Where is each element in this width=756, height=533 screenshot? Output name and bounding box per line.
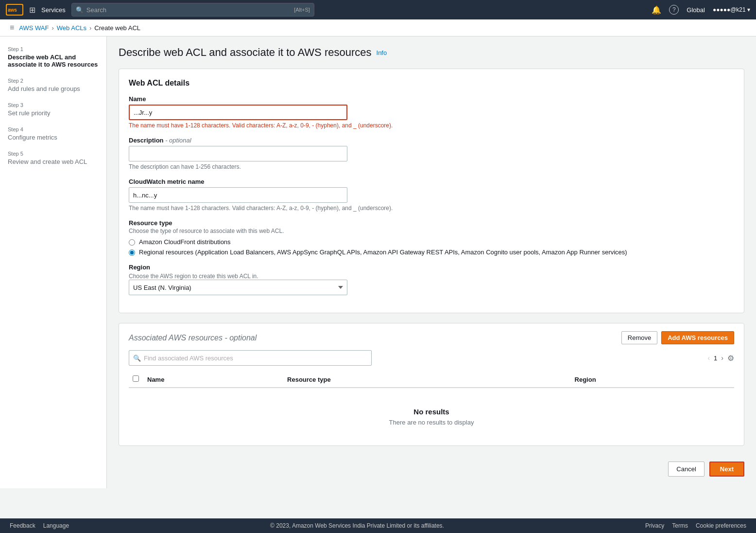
name-column-header: Name: [143, 372, 283, 388]
sidebar-step-3: Step 3 Set rule priority: [8, 102, 99, 117]
step-2-label: Step 2: [8, 78, 99, 84]
name-error: The name must have 1-128 characters. Val…: [129, 122, 734, 129]
resource-type-label: Resource type: [129, 219, 734, 227]
search-row: 🔍 ‹ 1 › ⚙: [129, 350, 734, 366]
resource-table: Name Resource type Region: [129, 372, 734, 388]
step-4-label: Step 4: [8, 126, 99, 132]
step-3-title: Set rule priority: [8, 109, 99, 117]
resource-type-group: Resource type Choose the type of resourc…: [129, 219, 734, 256]
step-3-label: Step 3: [8, 102, 99, 108]
cloudwatch-hint: The name must have 1-128 characters. Val…: [129, 205, 734, 212]
region-select[interactable]: US East (N. Virginia) US East (Ohio) US …: [129, 280, 347, 295]
description-optional: - optional: [165, 137, 191, 144]
remove-button[interactable]: Remove: [621, 331, 657, 344]
page-title: Describe web ACL and associate it to AWS…: [119, 46, 372, 59]
step-1-title: Describe web ACL and associate it to AWS…: [8, 53, 99, 68]
page-title-row: Describe web ACL and associate it to AWS…: [119, 46, 744, 59]
breadcrumb: ≡ AWS WAF › Web ACLs › Create web ACL: [0, 19, 756, 36]
prev-page-button[interactable]: ‹: [705, 352, 712, 364]
global-search[interactable]: 🔍 [Alt+S]: [71, 3, 314, 17]
assoc-optional: - optional: [224, 334, 257, 342]
notifications-icon[interactable]: 🔔: [652, 5, 661, 15]
search-input[interactable]: [86, 6, 291, 14]
sidebar-step-1: Step 1 Describe web ACL and associate it…: [8, 46, 99, 68]
no-results: No results There are no results to displ…: [129, 388, 734, 436]
resource-type-column-header: Resource type: [283, 372, 571, 388]
select-all-header: [129, 372, 143, 388]
step-2-title: Add rules and rule groups: [8, 85, 99, 92]
card-title: Web ACL details: [129, 79, 734, 88]
name-label: Name: [129, 95, 734, 103]
region-field-group: Region Choose the AWS region to create t…: [129, 264, 734, 295]
region-label: Region: [129, 264, 734, 271]
cloudfront-label: Amazon CloudFront distributions: [139, 238, 231, 246]
table-header-row: Name Resource type Region: [129, 372, 734, 388]
web-acl-details-card: Web ACL details Name The name must have …: [119, 69, 744, 313]
name-field-group: Name The name must have 1-128 characters…: [129, 95, 734, 129]
cloudwatch-label: CloudWatch metric name: [129, 178, 734, 185]
regional-label: Regional resources (Application Load Bal…: [139, 249, 627, 256]
step-5-title: Review and create web ACL: [8, 158, 99, 165]
region-column-header: Region: [571, 372, 734, 388]
region-selector[interactable]: Global: [687, 6, 705, 14]
assoc-header: Associated AWS resources - optional Remo…: [129, 331, 734, 344]
resource-type-hint: Choose the type of resource to associate…: [129, 228, 734, 234]
description-hint: The description can have 1-256 character…: [129, 163, 734, 170]
next-page-button[interactable]: ›: [719, 352, 725, 364]
breadcrumb-create: Create web ACL: [94, 24, 140, 32]
pagination-controls: ‹ 1 › ⚙: [705, 352, 734, 364]
cloudfront-radio[interactable]: [129, 239, 135, 246]
sidebar: Step 1 Describe web ACL and associate it…: [0, 36, 107, 488]
region-hint: Choose the AWS region to create this web…: [129, 273, 734, 280]
search-icon: 🔍: [133, 355, 141, 362]
main-layout: Step 1 Describe web ACL and associate it…: [0, 36, 756, 488]
description-field-group: Description - optional The description c…: [129, 137, 734, 170]
assoc-buttons: Remove Add AWS resources: [621, 331, 734, 344]
regional-radio[interactable]: [129, 249, 135, 256]
description-input[interactable]: [129, 146, 347, 161]
select-all-checkbox[interactable]: [133, 375, 139, 382]
resource-type-regional[interactable]: Regional resources (Application Load Bal…: [129, 249, 734, 256]
cloudwatch-field-group: CloudWatch metric name The name must hav…: [129, 178, 734, 212]
step-1-label: Step 1: [8, 46, 99, 52]
search-shortcut: [Alt+S]: [294, 7, 310, 13]
table-head: Name Resource type Region: [129, 372, 734, 388]
menu-toggle[interactable]: ≡: [10, 23, 14, 32]
svg-text:aws: aws: [8, 7, 17, 13]
services-menu[interactable]: Services: [41, 6, 66, 14]
associated-resources-section: Associated AWS resources - optional Remo…: [119, 323, 744, 446]
step-4-title: Configure metrics: [8, 134, 99, 141]
help-icon[interactable]: ?: [669, 5, 679, 15]
add-aws-resources-button[interactable]: Add AWS resources: [661, 331, 734, 344]
account-menu[interactable]: ●●●●●@k21 ▾: [713, 6, 750, 13]
table-settings-button[interactable]: ⚙: [727, 354, 734, 363]
assoc-title: Associated AWS resources - optional: [129, 334, 257, 342]
cancel-button[interactable]: Cancel: [668, 462, 704, 477]
next-button[interactable]: Next: [709, 462, 744, 477]
no-results-subtitle: There are no results to display: [129, 419, 734, 426]
breadcrumb-webacls[interactable]: Web ACLs: [57, 24, 86, 32]
resource-search-input[interactable]: [144, 355, 367, 362]
search-icon: 🔍: [76, 6, 84, 14]
bottom-actions: Cancel Next: [119, 456, 744, 479]
name-input[interactable]: [129, 105, 347, 120]
cloudwatch-input[interactable]: [129, 187, 347, 203]
resource-type-cloudfront[interactable]: Amazon CloudFront distributions: [129, 238, 734, 246]
sidebar-step-2: Step 2 Add rules and rule groups: [8, 78, 99, 92]
step-5-label: Step 5: [8, 151, 99, 157]
description-label: Description - optional: [129, 137, 734, 144]
resource-search-box[interactable]: 🔍: [129, 350, 372, 366]
grid-icon[interactable]: ⊞: [29, 5, 35, 15]
top-navigation: aws ⊞ Services 🔍 [Alt+S] 🔔 ? Global ●●●●…: [0, 0, 756, 19]
aws-logo: aws: [6, 4, 23, 16]
sidebar-step-5: Step 5 Review and create web ACL: [8, 151, 99, 165]
content-area: Describe web ACL and associate it to AWS…: [107, 36, 756, 488]
breadcrumb-waf[interactable]: AWS WAF: [19, 24, 49, 32]
no-results-title: No results: [129, 408, 734, 416]
info-link[interactable]: Info: [377, 49, 387, 56]
nav-right: 🔔 ? Global ●●●●●@k21 ▾: [652, 5, 750, 15]
page-number: 1: [714, 355, 717, 362]
sidebar-step-4: Step 4 Configure metrics: [8, 126, 99, 141]
